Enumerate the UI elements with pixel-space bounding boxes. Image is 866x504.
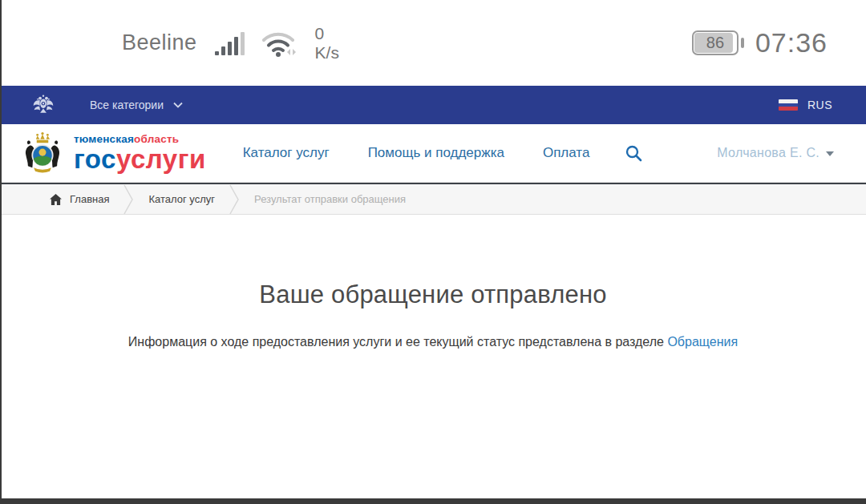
breadcrumb-current-label: Результат отправки обращения (254, 193, 406, 205)
logo-text: тюменскаяобласть госуслуги (74, 134, 206, 173)
confirmation-message: Информация о ходе предоставления услуги … (0, 335, 866, 349)
federal-top-bar: Все категории RUS (0, 86, 866, 124)
message-text: Информация о ходе предоставления услуги … (128, 335, 664, 349)
data-rate-value: 0 (315, 24, 339, 42)
breadcrumb-separator-icon (123, 184, 134, 215)
nav-item-catalog[interactable]: Каталог услуг (243, 145, 330, 161)
site-header: тюменскаяобласть госуслуги Каталог услуг… (0, 124, 866, 183)
status-right-group: 86 07:36 (692, 27, 828, 58)
user-name-label: Молчанова Е. С. (717, 146, 819, 160)
tyumen-coat-of-arms-icon (19, 130, 66, 176)
status-left-group: Beeline 0 K/s (122, 24, 339, 61)
data-rate-unit: K/s (315, 43, 339, 62)
battery-percent: 86 (706, 34, 724, 52)
language-label: RUS (807, 99, 832, 111)
breadcrumb-separator-icon (229, 184, 240, 215)
user-menu[interactable]: Молчанова Е. С. (717, 146, 834, 160)
data-rate-indicator: 0 K/s (315, 24, 339, 61)
appeals-link[interactable]: Обращения (667, 335, 738, 349)
all-categories-label: Все категории (90, 99, 164, 111)
cell-signal-icon (215, 31, 245, 55)
russian-flag-icon (779, 99, 798, 111)
breadcrumb-current-page: Результат отправки обращения (254, 193, 406, 205)
main-content: Ваше обращение отправлено Информация о х… (0, 215, 866, 349)
breadcrumb-home-label: Главная (70, 193, 109, 205)
carrier-label: Beeline (122, 30, 197, 55)
caret-down-icon (826, 151, 834, 156)
nav-item-help-support[interactable]: Помощь и поддержка (368, 145, 504, 161)
logo-main-line: госуслуги (74, 146, 206, 172)
search-icon (625, 144, 642, 162)
screen-frame-left-edge (0, 0, 2, 504)
language-switcher[interactable]: RUS (779, 99, 832, 111)
breadcrumb: Главная Каталог услуг Результат отправки… (0, 183, 866, 215)
breadcrumb-home[interactable]: Главная (50, 193, 109, 205)
search-button[interactable] (625, 144, 642, 162)
all-categories-dropdown[interactable]: Все категории (90, 99, 183, 111)
battery-icon: 86 (692, 30, 744, 55)
main-navigation: Каталог услуг Помощь и поддержка Оплата (243, 145, 590, 161)
page-title: Ваше обращение отправлено (0, 280, 866, 309)
breadcrumb-catalog-label: Каталог услуг (148, 193, 215, 205)
screen-frame-bottom-edge (0, 498, 866, 504)
chevron-down-icon (173, 102, 183, 108)
wifi-icon (262, 30, 297, 57)
logo-region-line: тюменскаяобласть (74, 134, 206, 145)
status-clock: 07:36 (755, 27, 828, 58)
top-bar-left: Все категории (32, 94, 183, 116)
nav-item-payment[interactable]: Оплата (543, 145, 589, 161)
android-status-bar: Beeline 0 K/s 86 07:36 (0, 0, 866, 86)
russia-eagle-icon[interactable] (32, 94, 55, 116)
home-icon (50, 194, 62, 205)
breadcrumb-catalog[interactable]: Каталог услуг (148, 193, 215, 205)
gosuslugi-logo[interactable]: тюменскаяобласть госуслуги (19, 130, 206, 176)
